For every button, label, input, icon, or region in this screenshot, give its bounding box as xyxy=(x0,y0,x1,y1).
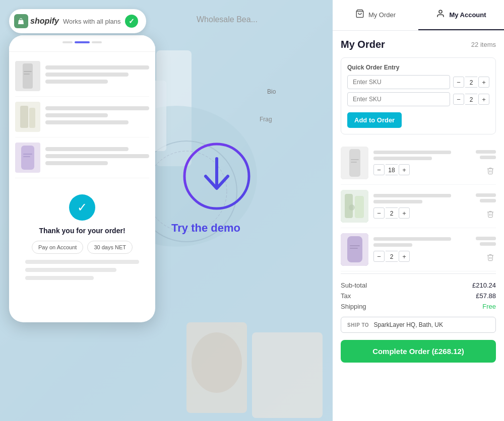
nav-dot-1 xyxy=(62,41,73,43)
product-info-lines-3 xyxy=(373,237,471,247)
svg-rect-41 xyxy=(350,248,358,249)
panel-header: My Order My Account xyxy=(333,0,504,31)
mobile-product-img-3 xyxy=(15,143,40,173)
svg-rect-32 xyxy=(351,159,359,160)
product-qty-dec-1[interactable]: − xyxy=(373,164,385,175)
mobile-product-lines-3 xyxy=(45,147,149,168)
product-qty-row-3: − 2 + xyxy=(373,251,471,262)
tab-my-order[interactable]: My Order xyxy=(333,0,418,30)
product-qty-row-1: − 18 + xyxy=(373,164,471,175)
shopify-subtitle: Works with all plans xyxy=(63,18,121,25)
sku-input-1[interactable] xyxy=(347,75,450,89)
net-days-btn[interactable]: 30 days NET xyxy=(87,241,133,254)
qty-control-2: − 2 + xyxy=(453,94,489,105)
product-qty-inc-3[interactable]: + xyxy=(399,251,410,262)
pay-on-account-btn[interactable]: Pay on Account xyxy=(32,241,83,254)
product-line xyxy=(45,65,149,69)
price-line xyxy=(480,156,496,159)
nav-dot-2 xyxy=(75,41,90,43)
product-line xyxy=(45,120,129,124)
tab-my-account[interactable]: My Account xyxy=(418,0,504,30)
product-qty-dec-2[interactable]: − xyxy=(373,207,385,219)
product-detail-line xyxy=(373,200,422,203)
price-line xyxy=(480,242,496,246)
product-line xyxy=(45,73,129,77)
qty-increment-1[interactable]: + xyxy=(478,77,489,88)
product-thumb-2 xyxy=(341,190,368,223)
download-circle[interactable] xyxy=(181,141,252,212)
product-info-3: − 2 + xyxy=(373,237,471,262)
svg-rect-18 xyxy=(24,74,30,75)
payment-buttons: Pay on Account 30 days NET xyxy=(17,241,147,254)
product-image-2 xyxy=(341,190,368,223)
product-qty-inc-1[interactable]: + xyxy=(399,164,410,175)
price-line xyxy=(476,237,496,240)
shopify-name: shopify xyxy=(30,17,59,26)
product-name-line xyxy=(373,151,451,154)
svg-point-14 xyxy=(192,332,242,393)
product-qty-2: 2 xyxy=(386,207,398,219)
add-to-order-btn[interactable]: Add to Order xyxy=(347,112,402,128)
qty-decrement-1[interactable]: − xyxy=(453,77,464,88)
qty-control-1: − 2 + xyxy=(453,77,489,88)
subtotal-value: £210.24 xyxy=(472,282,496,289)
wholesale-text: Wholesale Bea... xyxy=(197,15,258,24)
shopify-logo: shopify xyxy=(14,14,59,28)
svg-rect-23 xyxy=(21,146,34,170)
sku-row-1: − 2 + xyxy=(347,75,489,89)
qty-value-2: 2 xyxy=(465,94,477,105)
right-panel: My Order My Account My Order 22 items xyxy=(333,0,504,421)
mobile-product-img-2 xyxy=(15,102,40,132)
svg-rect-13 xyxy=(252,332,323,418)
subtotal-label: Sub-total xyxy=(341,282,367,289)
shipping-row: Shipping Free xyxy=(341,301,496,312)
ship-to-box: SHIP TO SparkLayer HQ, Bath, UK xyxy=(341,317,496,333)
qty-decrement-2[interactable]: − xyxy=(453,94,464,105)
bottom-line xyxy=(25,268,116,272)
product-info-lines-2 xyxy=(373,194,471,203)
delete-btn-3[interactable] xyxy=(485,252,496,263)
delete-btn-1[interactable] xyxy=(485,165,496,176)
product-qty-row-2: − 2 + xyxy=(373,207,471,219)
order-content: My Order 22 items Quick Order Entry − 2 … xyxy=(333,31,504,421)
product-row-3: − 2 + xyxy=(341,228,496,271)
qty-increment-2[interactable]: + xyxy=(478,94,489,105)
mobile-nav-bar xyxy=(17,41,147,43)
sku-input-2[interactable] xyxy=(347,92,450,106)
product-price-1 xyxy=(476,150,496,176)
mobile-product-item-1 xyxy=(15,56,149,97)
nav-dot-3 xyxy=(92,41,102,43)
ship-to-value: SparkLayer HQ, Bath, UK xyxy=(374,321,443,328)
product-thumb-1 xyxy=(341,147,368,179)
order-title-row: My Order 22 items xyxy=(341,39,496,50)
product-image-1 xyxy=(341,147,368,179)
price-line xyxy=(476,150,496,154)
product-info-lines-1 xyxy=(373,151,471,160)
svg-rect-36 xyxy=(355,196,364,218)
shopify-check-icon: ✓ xyxy=(125,15,138,28)
product-line xyxy=(45,113,108,117)
totals-section: Sub-total £210.24 Tax £57.88 Shipping Fr… xyxy=(341,273,496,373)
mobile-product-lines-1 xyxy=(45,65,149,87)
mobile-mockup: ✓ Thank you for your order! Pay on Accou… xyxy=(9,35,155,322)
product-qty-inc-2[interactable]: + xyxy=(399,207,410,219)
quick-order-box: Quick Order Entry − 2 + − 2 + xyxy=(341,57,496,134)
product-line xyxy=(45,80,108,84)
mobile-header xyxy=(9,35,155,52)
mobile-product-item-2 xyxy=(15,97,149,137)
svg-rect-31 xyxy=(349,149,360,177)
product-name-line xyxy=(373,237,451,241)
tax-row: Tax £57.88 xyxy=(341,291,496,301)
sku-row-2: − 2 + xyxy=(347,92,489,106)
price-lines-1 xyxy=(476,150,496,159)
product-price-3 xyxy=(476,237,496,263)
product-qty-dec-3[interactable]: − xyxy=(373,251,385,262)
try-demo-text[interactable]: Try the demo xyxy=(171,222,240,235)
subtotal-row: Sub-total £210.24 xyxy=(341,280,496,291)
complete-order-btn[interactable]: Complete Order (£268.12) xyxy=(341,340,496,363)
product-line xyxy=(45,106,149,110)
delete-btn-2[interactable] xyxy=(485,208,496,220)
tax-label: Tax xyxy=(341,292,351,300)
svg-rect-25 xyxy=(23,156,30,157)
price-line xyxy=(476,193,496,197)
